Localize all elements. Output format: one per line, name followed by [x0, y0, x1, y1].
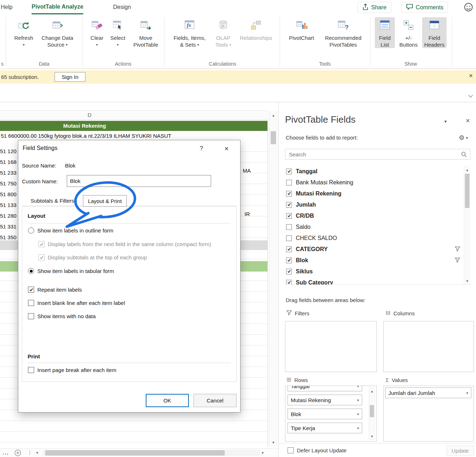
field-list-scrollbar[interactable]: ▴ ▾	[464, 166, 470, 285]
pivotchart-button[interactable]: PivotChart	[284, 17, 319, 41]
vertical-scrollbar[interactable]: ▴ ▾	[269, 111, 277, 446]
search-input[interactable]	[288, 150, 457, 159]
field-row-bank-mutasi[interactable]: Bank Mutasi Rekening	[285, 177, 470, 188]
cell-fragment[interactable]: 51 750	[0, 180, 18, 188]
plus-minus-buttons-toggle[interactable]: +/- Buttons	[397, 17, 420, 48]
option-no-data[interactable]: Show items with no data	[28, 313, 96, 319]
column-headers[interactable]: D	[0, 110, 268, 120]
radio-tabular[interactable]	[28, 268, 34, 274]
pane-options-chevron-icon[interactable]: ▾	[441, 117, 450, 126]
custom-name-input[interactable]	[67, 175, 211, 187]
list-scroll-thumb[interactable]	[465, 174, 470, 208]
field-row-blok[interactable]: Blok	[285, 255, 470, 266]
field-checkbox[interactable]	[286, 224, 292, 230]
dialog-close-icon[interactable]: ×	[221, 144, 232, 153]
scroll-up-icon[interactable]: ▴	[269, 112, 277, 118]
defer-layout-checkbox[interactable]	[288, 447, 294, 453]
checkbox-no-data[interactable]	[28, 313, 34, 319]
gear-dropdown-icon[interactable]: ▾	[466, 136, 468, 140]
rows-drop-area[interactable]: Tanggal ▾ Mutasi Rekening ▾ Blok ▾ Tipe …	[285, 386, 377, 442]
field-checkbox[interactable]	[286, 202, 292, 208]
cell-fragment[interactable]: 51 168	[0, 159, 18, 167]
clear-button[interactable]: Clear ▾	[87, 17, 107, 48]
checkbox-page-break[interactable]	[28, 367, 34, 373]
columns-drop-area[interactable]	[383, 321, 474, 372]
comments-button[interactable]: Comments	[401, 2, 448, 13]
field-checkbox[interactable]	[286, 180, 292, 185]
move-pivottable-button[interactable]: Move PivotTable	[129, 17, 162, 48]
dropdown-arrow-icon[interactable]: ▾	[466, 391, 468, 395]
fields-items-sets-button[interactable]: fx Fields, Items, & Sets▾	[168, 17, 211, 48]
field-row-jumlah[interactable]: Jumlah	[285, 199, 470, 210]
refresh-button[interactable]: Refresh ▾	[12, 17, 35, 48]
field-checkbox[interactable]	[286, 246, 292, 252]
tab-design[interactable]: Design	[113, 0, 131, 14]
values-drop-area[interactable]: Jumlah dari Jumlah ▾	[383, 386, 474, 442]
ok-button[interactable]: OK	[146, 394, 189, 407]
expand-chevron-icon[interactable]	[468, 93, 473, 99]
tab-layout-print[interactable]: Layout & Print	[83, 195, 127, 207]
cell-fragment[interactable]: 51 120	[0, 148, 18, 156]
rows-item-mutasi-rekening[interactable]: Mutasi Rekening ▾	[288, 395, 362, 405]
option-repeat-labels[interactable]: Repeat item labels	[28, 287, 82, 293]
change-data-source-button[interactable]: Change Data Source▾	[37, 17, 78, 48]
pane-close-icon[interactable]: ×	[463, 116, 472, 125]
scroll-down-icon[interactable]: ▾	[269, 439, 277, 446]
dropdown-arrow-icon[interactable]: ▾	[357, 412, 359, 416]
filters-drop-area[interactable]	[285, 321, 377, 372]
share-button[interactable]: Share	[358, 2, 391, 13]
radio-outline[interactable]	[28, 227, 34, 234]
field-checkbox[interactable]	[286, 269, 292, 274]
option-page-break[interactable]: Insert page break after each item	[28, 367, 116, 373]
gear-icon[interactable]: ⚙	[459, 134, 465, 142]
field-checkbox[interactable]	[286, 258, 292, 263]
field-row-check-saldo[interactable]: CHECK SALDO	[285, 232, 470, 244]
search-box[interactable]	[285, 149, 470, 160]
field-row-tanggal[interactable]: Tanggal	[285, 166, 470, 177]
field-list-toggle[interactable]: Field List	[375, 17, 395, 48]
cancel-button[interactable]: Cancel	[193, 394, 237, 407]
notification-close-icon[interactable]: ×	[469, 72, 473, 80]
dialog-help-icon[interactable]: ?	[196, 144, 207, 153]
field-row-siklus[interactable]: Siklus	[285, 266, 470, 277]
horizontal-scroll-thumb[interactable]	[45, 450, 225, 456]
field-checkbox[interactable]	[286, 169, 292, 174]
cell-fragment[interactable]: MA	[243, 168, 251, 174]
column-header-d[interactable]: D	[88, 112, 92, 118]
checkbox-blank-line[interactable]	[28, 300, 34, 306]
cell-fragment[interactable]: 51 331	[0, 223, 18, 231]
dropdown-arrow-icon[interactable]: ▾	[357, 398, 359, 402]
cell-fragment[interactable]: IR	[244, 211, 250, 217]
pane-tools[interactable]: ⚙ ▾	[459, 134, 468, 142]
scroll-left-icon[interactable]: ◂	[36, 450, 38, 455]
table-header-row[interactable]: Mutasi Rekening	[0, 121, 268, 131]
horizontal-scrollbar[interactable]	[43, 450, 260, 456]
field-row-crdb[interactable]: CR/DB	[285, 210, 470, 221]
field-row-saldo[interactable]: Saldo	[285, 221, 470, 232]
option-blank-line[interactable]: Insert blank line after each item label	[28, 300, 125, 306]
feedback-smiley-icon[interactable]	[463, 2, 473, 14]
new-sheet-icon[interactable]	[14, 449, 21, 457]
option-tabular-form[interactable]: Show item labels in tabular form	[28, 268, 114, 274]
field-headers-toggle[interactable]: Field Headers	[422, 17, 447, 48]
rows-item-tanggal[interactable]: Tanggal ▾	[288, 386, 362, 391]
recommended-pivottables-button[interactable]: ? Recommended PivotTables	[320, 17, 366, 48]
field-row-category[interactable]: CATEGORY	[285, 244, 470, 255]
cell-fragment[interactable]: 51 800	[0, 191, 18, 199]
rows-scrollbar[interactable]: ▴ ▾	[369, 387, 375, 440]
scroll-up-icon[interactable]: ▴	[464, 166, 470, 173]
cell-fragment[interactable]: 51 350	[0, 234, 18, 242]
select-button[interactable]: Select ▾	[108, 17, 128, 48]
field-checkbox[interactable]	[286, 235, 292, 241]
sign-in-button[interactable]: Sign In	[55, 72, 85, 82]
field-checkbox[interactable]	[286, 213, 292, 219]
divider-dots-icon[interactable]: ⋮	[27, 449, 32, 455]
dropdown-arrow-icon[interactable]: ▾	[357, 386, 359, 388]
cell-fragment[interactable]: 51 233	[0, 170, 18, 178]
rows-scroll-thumb[interactable]	[370, 405, 374, 417]
checkbox-repeat-labels[interactable]	[28, 287, 34, 293]
option-outline-form[interactable]: Show item labels in outline form	[28, 227, 113, 234]
values-item-jumlah[interactable]: Jumlah dari Jumlah ▾	[385, 387, 471, 398]
scroll-up-icon[interactable]: ▴	[369, 388, 375, 394]
vertical-scroll-thumb[interactable]	[271, 131, 276, 144]
